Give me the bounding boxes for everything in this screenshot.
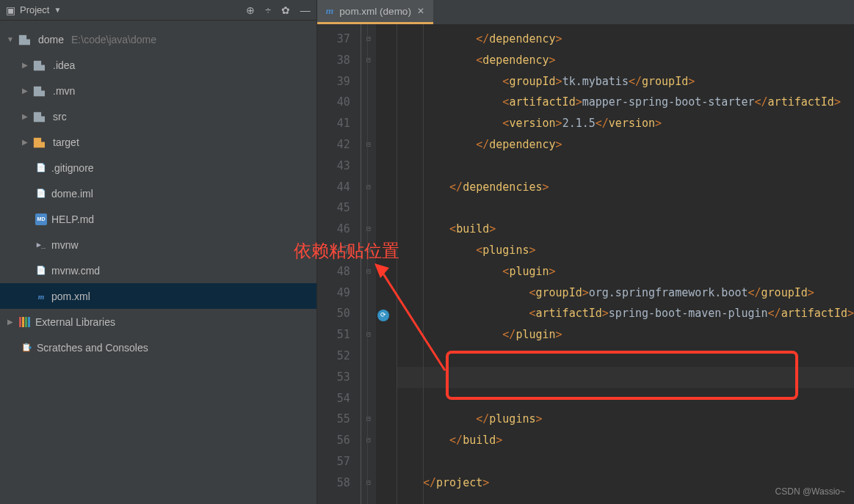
tree-label: mvnw [51, 239, 79, 251]
scratches-icon: 📋● [21, 342, 32, 354]
tree-scratches[interactable]: 📋●Scratches and Consoles [0, 335, 316, 360]
tree-label: Scratches and Consoles [37, 342, 148, 354]
tree-file[interactable]: ▸_mvnw [0, 232, 316, 258]
tree-label: .gitignore [51, 162, 94, 174]
tab-label: pom.xml (demo) [339, 6, 411, 17]
chevron-right-icon: ▶ [21, 61, 29, 69]
gear-icon[interactable]: ✿ [281, 4, 290, 16]
chevron-down-icon[interactable]: ▼ [54, 6, 61, 14]
chevron-right-icon: ▶ [21, 87, 29, 95]
chevron-right-icon: ▶ [21, 138, 29, 146]
folder-icon: ▇▖ [34, 59, 48, 70]
sidebar-header: ▣ Project ▼ ⊕ ÷ ✿ — [0, 0, 316, 21]
project-sidebar: ▣ Project ▼ ⊕ ÷ ✿ — ▼ ▇▖ dome E:\code\ja… [0, 0, 317, 504]
fold-column[interactable]: ⊟⊟⊟⊟⊟⊟⊟⊟⊟⊟⊟ [361, 24, 376, 504]
chevron-down-icon: ▼ [6, 35, 15, 43]
tree-folder[interactable]: ▶▇▖.mvn [0, 78, 316, 103]
line-gutter: 3738394041424344454647484950515253545556… [317, 24, 361, 504]
tree-label: External Libraries [35, 316, 115, 328]
tree-label: .mvn [53, 85, 75, 97]
md-icon: MD [35, 213, 47, 225]
file-icon: 📄 [35, 188, 47, 200]
close-icon[interactable]: ✕ [417, 6, 424, 16]
project-icon: ▣ [6, 4, 15, 16]
tree-folder[interactable]: ▶▇▖.idea [0, 52, 316, 78]
project-tree: ▼ ▇▖ dome E:\code\java\dome ▶▇▖.idea ▶▇▖… [0, 21, 316, 366]
tab-pom[interactable]: m pom.xml (demo) ✕ [317, 0, 433, 24]
folder-icon: ▇▖ [34, 85, 48, 96]
tree-label: dome.iml [51, 188, 93, 200]
tree-folder[interactable]: ▶▇▖target [0, 129, 316, 155]
tree-file-pom[interactable]: mpom.xml [0, 283, 316, 309]
code-content[interactable]: </dependency> <dependency> <groupId>tk.m… [391, 24, 854, 504]
indicator-column[interactable]: ⟳ [376, 24, 391, 504]
minimize-icon[interactable]: — [300, 4, 311, 16]
folder-icon: ▇▖ [34, 111, 48, 122]
tree-file[interactable]: 📄.gitignore [0, 155, 316, 180]
chevron-right-icon: ▶ [6, 318, 15, 326]
tree-folder[interactable]: ▶▇▖src [0, 103, 316, 129]
chevron-right-icon: ▶ [21, 112, 29, 120]
folder-icon: ▇▖ [19, 34, 34, 45]
tree-label: HELP.md [51, 213, 94, 225]
editor-tabs: m pom.xml (demo) ✕ [317, 0, 854, 24]
tree-file[interactable]: MDHELP.md [0, 206, 316, 232]
tree-root[interactable]: ▼ ▇▖ dome E:\code\java\dome [0, 26, 316, 52]
tree-label: dome [38, 34, 64, 45]
tree-path: E:\code\java\dome [71, 34, 156, 45]
folder-icon: ▇▖ [34, 136, 48, 147]
tree-label: pom.xml [51, 291, 90, 302]
tree-file[interactable]: 📄mvnw.cmd [0, 258, 316, 283]
tree-label: mvnw.cmd [51, 265, 100, 277]
tree-label: .idea [53, 59, 75, 71]
watermark: CSDN @Wassio~ [775, 486, 845, 497]
code-editor[interactable]: 3738394041424344454647484950515253545556… [317, 24, 854, 504]
tree-label: target [53, 136, 79, 148]
editor-area: m pom.xml (demo) ✕ 373839404142434445464… [317, 0, 854, 504]
maven-icon: m [326, 5, 334, 17]
file-icon: 📄 [35, 162, 47, 174]
tree-external-libraries[interactable]: ▶External Libraries [0, 309, 316, 335]
tree-label: src [53, 111, 67, 123]
libraries-icon [19, 317, 31, 327]
file-icon: 📄 [35, 265, 47, 277]
maven-icon: m [35, 291, 47, 302]
sidebar-title[interactable]: Project [20, 4, 49, 15]
tree-file[interactable]: 📄dome.iml [0, 180, 316, 206]
sh-icon: ▸_ [35, 239, 47, 251]
divide-icon[interactable]: ÷ [265, 4, 271, 16]
target-icon[interactable]: ⊕ [246, 4, 255, 16]
